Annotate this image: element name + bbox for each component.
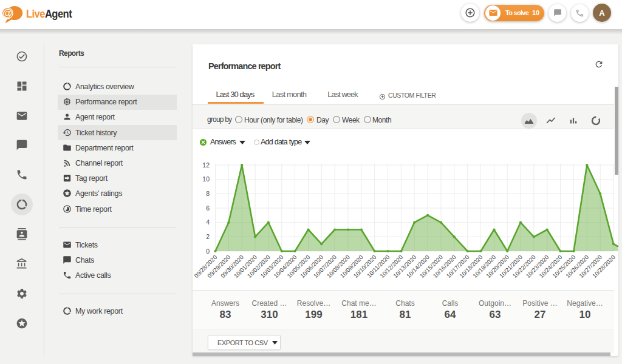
svg-text:6: 6: [206, 204, 210, 212]
svg-text:@: @: [2, 7, 12, 18]
svg-text:4: 4: [206, 218, 210, 226]
svg-text:0: 0: [206, 248, 210, 255]
svg-text:2: 2: [206, 233, 210, 240]
svg-text:8: 8: [206, 190, 210, 197]
svg-text:10: 10: [202, 175, 210, 183]
svg-text:12: 12: [202, 161, 210, 169]
